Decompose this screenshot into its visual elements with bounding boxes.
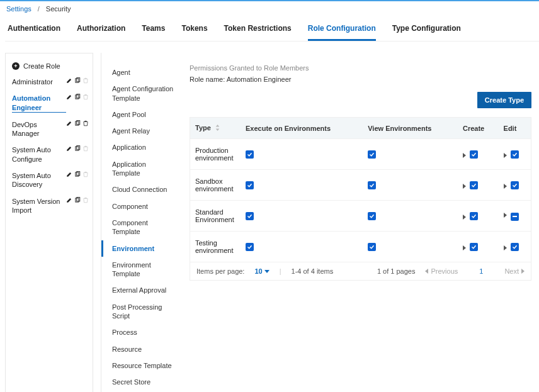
type-item[interactable]: Agent bbox=[101, 64, 182, 81]
role-actions bbox=[66, 197, 89, 203]
role-item[interactable]: System Version Import bbox=[6, 193, 93, 219]
type-item[interactable]: Application bbox=[101, 139, 182, 155]
role-item[interactable]: Automation Engineer bbox=[6, 90, 93, 116]
edit-icon[interactable] bbox=[66, 120, 72, 126]
tab-token-restrictions[interactable]: Token Restrictions bbox=[224, 24, 292, 41]
cell-execute bbox=[241, 170, 363, 201]
copy-icon[interactable] bbox=[74, 197, 81, 203]
type-item[interactable]: Resource bbox=[101, 341, 182, 357]
create-role-label: Create Role bbox=[23, 62, 60, 70]
expand-icon[interactable] bbox=[504, 153, 507, 158]
pager-sep: | bbox=[280, 267, 281, 275]
checkbox[interactable] bbox=[511, 243, 519, 251]
cell-view bbox=[363, 139, 458, 170]
expand-icon[interactable] bbox=[463, 184, 466, 189]
type-item[interactable]: Cloud Connection bbox=[101, 181, 182, 198]
tab-authentication[interactable]: Authentication bbox=[8, 24, 60, 41]
role-item[interactable]: DevOps Manager bbox=[6, 116, 93, 142]
cell-execute bbox=[241, 232, 363, 262]
expand-icon[interactable] bbox=[463, 245, 466, 250]
tab-teams[interactable]: Teams bbox=[142, 24, 165, 41]
tab-tokens[interactable]: Tokens bbox=[181, 24, 207, 41]
checkbox[interactable] bbox=[368, 243, 376, 251]
breadcrumb: Settings / Security bbox=[5, 1, 539, 16]
type-item[interactable]: Post Processing Script bbox=[101, 299, 182, 325]
type-item[interactable]: Environment bbox=[101, 240, 182, 257]
role-actions bbox=[66, 94, 89, 100]
col-execute[interactable]: Execute on Environments bbox=[241, 118, 363, 139]
type-item[interactable]: Secret Store bbox=[101, 374, 182, 390]
prev-button[interactable]: Previous bbox=[425, 267, 458, 275]
tab-role-configuration[interactable]: Role Configuration bbox=[308, 24, 376, 41]
edit-icon[interactable] bbox=[66, 94, 72, 100]
checkbox[interactable] bbox=[246, 243, 254, 251]
role-item[interactable]: System Auto Configure bbox=[6, 142, 93, 167]
content-panel: AgentAgent Configuration TemplateAgent P… bbox=[101, 53, 539, 392]
col-type-label: Type bbox=[195, 124, 211, 132]
trash-icon bbox=[82, 77, 89, 84]
col-type[interactable]: Type bbox=[190, 118, 241, 139]
checkbox[interactable] bbox=[368, 150, 376, 159]
items-per-page-select[interactable]: 10 bbox=[254, 267, 269, 275]
copy-icon[interactable] bbox=[74, 77, 81, 84]
cell-view bbox=[363, 201, 458, 232]
checkbox[interactable] bbox=[368, 212, 376, 220]
type-item[interactable]: Agent Configuration Template bbox=[101, 81, 182, 106]
copy-icon[interactable] bbox=[74, 94, 81, 100]
edit-icon[interactable] bbox=[66, 197, 72, 203]
expand-icon[interactable] bbox=[504, 184, 507, 189]
checkbox[interactable] bbox=[470, 150, 478, 159]
trash-icon[interactable] bbox=[82, 120, 89, 126]
checkbox[interactable] bbox=[246, 212, 254, 220]
prev-label: Previous bbox=[431, 267, 458, 275]
checkbox[interactable] bbox=[511, 213, 519, 221]
copy-icon[interactable] bbox=[74, 171, 81, 177]
cell-type: Standard Environment bbox=[190, 201, 241, 232]
tab-authorization[interactable]: Authorization bbox=[77, 24, 125, 41]
role-label: System Version Import bbox=[12, 197, 66, 215]
col-create[interactable]: Create bbox=[458, 118, 499, 139]
copy-icon[interactable] bbox=[74, 120, 81, 126]
checkbox[interactable] bbox=[246, 150, 254, 159]
type-item[interactable]: Component bbox=[101, 198, 182, 215]
type-item[interactable]: External Approval bbox=[101, 282, 182, 298]
type-item[interactable]: Agent Relay bbox=[101, 123, 182, 139]
edit-icon[interactable] bbox=[66, 171, 72, 177]
next-button[interactable]: Next bbox=[504, 267, 525, 275]
checkbox[interactable] bbox=[511, 181, 519, 189]
edit-icon[interactable] bbox=[66, 77, 72, 84]
tab-type-configuration[interactable]: Type Configuration bbox=[392, 24, 461, 41]
expand-icon[interactable] bbox=[504, 245, 507, 250]
chevron-down-icon bbox=[264, 270, 270, 273]
col-edit[interactable]: Edit bbox=[499, 118, 531, 139]
type-item[interactable]: Resource Template bbox=[101, 357, 182, 374]
create-role-button[interactable]: + Create Role bbox=[6, 59, 93, 74]
trash-icon bbox=[82, 145, 89, 152]
role-item[interactable]: System Auto Discovery bbox=[6, 167, 93, 193]
cell-create bbox=[458, 139, 499, 170]
type-item[interactable]: Agent Pool bbox=[101, 106, 182, 123]
checkbox[interactable] bbox=[368, 181, 376, 189]
role-item[interactable]: Administrator bbox=[6, 74, 93, 90]
type-item[interactable]: Process bbox=[101, 324, 182, 340]
create-type-button[interactable]: Create Type bbox=[477, 92, 531, 108]
type-item[interactable]: Component Template bbox=[101, 215, 182, 240]
checkbox[interactable] bbox=[470, 243, 478, 251]
checkbox[interactable] bbox=[246, 181, 254, 189]
expand-icon[interactable] bbox=[504, 213, 507, 218]
plus-icon: + bbox=[12, 62, 20, 70]
checkbox[interactable] bbox=[470, 181, 478, 189]
expand-icon[interactable] bbox=[463, 215, 466, 220]
checkbox[interactable] bbox=[470, 212, 478, 220]
expand-icon[interactable] bbox=[463, 153, 466, 158]
checkbox[interactable] bbox=[511, 150, 519, 159]
type-item[interactable]: Environment Template bbox=[101, 257, 182, 283]
edit-icon[interactable] bbox=[66, 145, 72, 152]
type-item[interactable]: Application Template bbox=[101, 156, 182, 182]
cell-edit bbox=[499, 201, 531, 232]
role-name-label: Role name: Automation Engineer bbox=[190, 76, 309, 83]
col-view[interactable]: View Environments bbox=[363, 118, 458, 139]
breadcrumb-root[interactable]: Settings bbox=[6, 5, 31, 13]
items-per-page-label: Items per page: bbox=[196, 267, 244, 275]
copy-icon[interactable] bbox=[74, 145, 81, 152]
